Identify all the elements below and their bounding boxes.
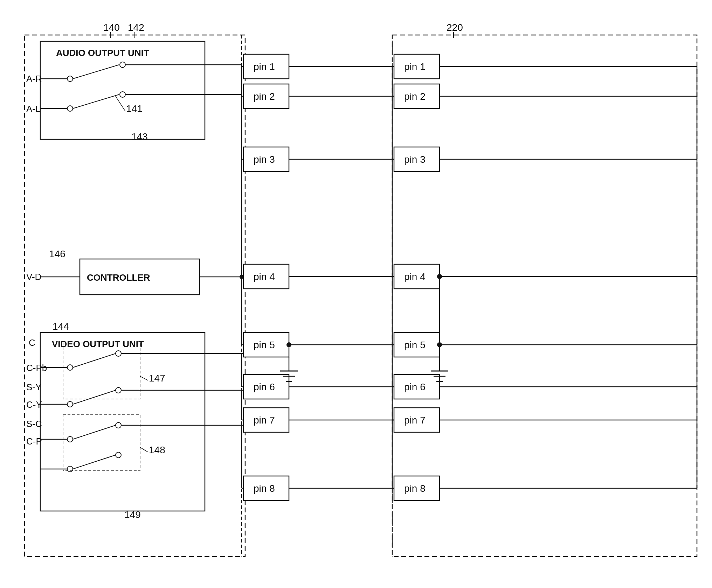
- controller-label: CONTROLLER: [87, 272, 150, 283]
- svg-line-4: [140, 376, 148, 380]
- label-c: C: [29, 337, 35, 348]
- video-output-unit-box: [40, 332, 205, 511]
- label-al: A-L: [26, 104, 40, 114]
- switch-cpb-open: [67, 365, 73, 370]
- switch-cp-line: [73, 455, 116, 469]
- switch-cp-closed: [116, 452, 121, 458]
- ref-220: 220: [447, 22, 463, 33]
- pin6-right-label: pin 6: [404, 382, 426, 392]
- switch-sc-line: [73, 425, 116, 439]
- junction-pin5-left: [286, 342, 291, 347]
- switch-sc-closed: [116, 422, 121, 428]
- pin7-right-label: pin 7: [404, 415, 426, 426]
- pin3-left-label: pin 3: [254, 154, 275, 165]
- ref-140: 140: [103, 22, 120, 33]
- switch-sc-open: [67, 436, 73, 442]
- label-sy: S-Y: [26, 382, 41, 392]
- pin2-left-label: pin 2: [254, 91, 275, 102]
- label-sc: S-C: [26, 419, 42, 429]
- svg-line-3: [116, 96, 125, 111]
- label-ar: A-R: [26, 74, 42, 84]
- switch-cy-closed: [116, 387, 121, 393]
- ref-149: 149: [124, 509, 141, 520]
- switch-cy-line: [73, 390, 116, 404]
- label-cy: C-Y: [26, 399, 42, 410]
- label-cp: C-P: [26, 436, 42, 447]
- pin8-right-label: pin 8: [404, 483, 426, 494]
- switch-ar-closed: [120, 62, 125, 68]
- pin2-right-label: pin 2: [404, 91, 426, 102]
- pin7-left-label: pin 7: [254, 415, 275, 426]
- ref-141: 141: [126, 103, 143, 114]
- ref-144: 144: [53, 321, 69, 332]
- switch-cpb-closed: [116, 351, 121, 356]
- pin5-left-label: pin 5: [254, 340, 275, 350]
- ref-142: 142: [128, 22, 144, 33]
- pin6-left-label: pin 6: [254, 382, 275, 392]
- ref-146: 146: [49, 248, 65, 259]
- switch-al-line: [73, 94, 119, 108]
- switch-ar-open: [67, 76, 73, 82]
- pin4-left-label: pin 4: [254, 271, 275, 282]
- ref-147: 147: [149, 373, 165, 384]
- pin5-right-label: pin 5: [404, 340, 426, 350]
- ref-148: 148: [149, 444, 165, 455]
- pin1-right-label: pin 1: [404, 61, 426, 72]
- group-148-box: [63, 415, 140, 471]
- pin3-right-label: pin 3: [404, 154, 426, 165]
- audio-output-unit-label: AUDIO OUTPUT UNIT: [56, 48, 149, 58]
- switch-cpb-line: [73, 354, 116, 368]
- video-output-unit-label: VIDEO OUTPUT UNIT: [52, 339, 144, 349]
- switch-ar-line: [73, 65, 119, 79]
- pin1-left-label: pin 1: [254, 61, 275, 72]
- switch-al-open: [67, 106, 73, 111]
- switch-al-closed: [120, 92, 125, 97]
- label-vd: V-D: [26, 272, 41, 282]
- pin4-right-label: pin 4: [404, 271, 426, 282]
- switch-cy-open: [67, 401, 73, 407]
- svg-line-5: [140, 447, 148, 452]
- pin8-left-label: pin 8: [254, 483, 275, 494]
- ref-143: 143: [131, 131, 148, 142]
